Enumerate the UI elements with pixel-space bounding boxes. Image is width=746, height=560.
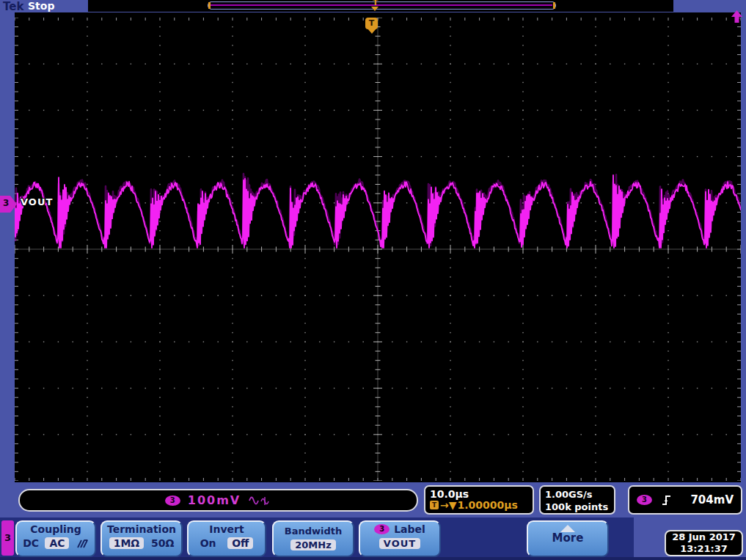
rising-edge-slope-icon xyxy=(661,494,673,506)
record-left-bracket-icon xyxy=(208,2,211,9)
channel-3-position-marker[interactable]: 3 xyxy=(0,196,17,213)
invert-title: Invert xyxy=(189,523,265,535)
coupling-ac-option-selected[interactable]: AC xyxy=(45,537,69,549)
trigger-readout: 3 704mV xyxy=(628,485,742,515)
termination-50-option[interactable]: 50Ω xyxy=(151,537,174,549)
trigger-position-value: 1.00000µs xyxy=(458,499,518,511)
invert-on-option[interactable]: On xyxy=(200,537,216,549)
expansion-point-marker[interactable]: T xyxy=(370,0,382,12)
record-length: 100k points xyxy=(545,501,610,513)
record-right-bracket-icon xyxy=(553,2,555,9)
label-button[interactable]: 3 Label VOUT xyxy=(359,520,441,557)
coupling-dc-option[interactable]: DC xyxy=(23,537,39,549)
ac-coupling-bandwidth-icon xyxy=(248,495,271,506)
trigger-position-marker[interactable]: T xyxy=(365,18,378,29)
tek-logo: Tek xyxy=(3,0,23,13)
termination-title: Termination xyxy=(102,523,181,535)
label-title: Label xyxy=(394,523,425,535)
trigger-level: 704mV xyxy=(690,493,734,506)
bandwidth-title: Bandwidth xyxy=(274,526,353,537)
termination-button[interactable]: Termination 1MΩ 50Ω xyxy=(100,520,183,557)
label-channel-badge: 3 xyxy=(374,524,390,534)
menu-channel-tab: 3 xyxy=(1,520,14,556)
timebase-scale: 10.0µs xyxy=(430,488,528,500)
bandwidth-button[interactable]: Bandwidth 20MHz xyxy=(272,520,354,557)
termination-1m-option-selected[interactable]: 1MΩ xyxy=(109,537,145,549)
top-status-bar: Tek Stop T xyxy=(0,0,746,12)
invert-button[interactable]: Invert On Off xyxy=(187,520,266,557)
trigger-t-chip-icon: T xyxy=(430,501,439,509)
coupling-title: Coupling xyxy=(17,523,95,535)
trigger-t-icon: T xyxy=(369,18,375,28)
datetime-display: 28 Jun 2017 13:21:37 xyxy=(665,530,743,556)
waveform-label: VOUT xyxy=(21,196,53,207)
trigger-position-arrows-icon: →▼ xyxy=(440,499,457,511)
more-label: More xyxy=(528,531,607,545)
channel-readout: 3 100mV xyxy=(18,489,418,512)
date: 28 Jun 2017 xyxy=(666,531,742,543)
sample-rate: 1.00GS/s xyxy=(545,488,610,501)
channel-3-badge: 3 xyxy=(165,495,180,506)
trigger-level-offscreen-arrow-icon xyxy=(731,10,742,23)
graticule xyxy=(15,12,741,482)
channel-marker-number: 3 xyxy=(3,198,9,208)
bottom-divider xyxy=(0,557,746,560)
down-arrow-icon xyxy=(367,29,376,34)
invert-off-option-selected[interactable]: Off xyxy=(227,537,253,549)
trigger-source-badge: 3 xyxy=(637,495,652,505)
more-button[interactable]: More xyxy=(527,520,609,557)
acquisition-status: Stop xyxy=(28,0,54,12)
coupling-button[interactable]: Coupling DC AC xyxy=(15,520,96,557)
acquisition-readout: 1.00GS/s 100k points xyxy=(539,485,615,515)
waveform-plot xyxy=(15,18,741,481)
down-arrow-icon xyxy=(371,7,379,11)
label-value-selected[interactable]: VOUT xyxy=(379,538,420,549)
time: 13:21:37 xyxy=(666,543,742,555)
bandwidth-value-selected[interactable]: 20MHz xyxy=(290,539,335,550)
timebase-readout: 10.0µs T →▼ 1.00000µs xyxy=(424,485,534,515)
chassis-ground-icon[interactable] xyxy=(76,538,89,549)
channel-scale: 100mV xyxy=(188,493,241,507)
oscilloscope-screen: Tek Stop T T 3 VOUT 3 100mV xyxy=(0,0,746,560)
